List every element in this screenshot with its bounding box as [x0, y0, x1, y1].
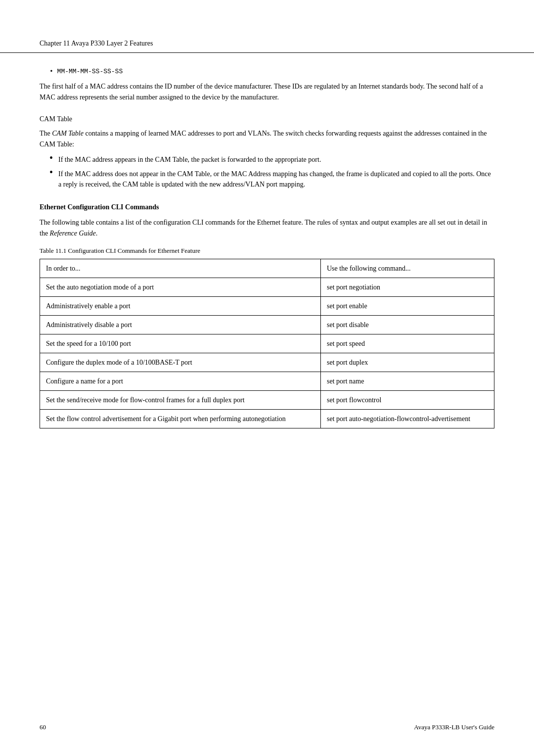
table-row: Set the speed for a 10/100 portset port … [40, 334, 494, 353]
table-cell-col2: set port auto-negotiation-flowcontrol-ad… [321, 410, 494, 428]
cam-bullet-1: • If the MAC address appears in the CAM … [40, 154, 494, 165]
table-cell-col1: Administratively enable a port [40, 297, 321, 316]
cli-table: In order to... Use the following command… [40, 259, 494, 428]
table-header-row: In order to... Use the following command… [40, 259, 494, 278]
table-cell-col2: set port duplex [321, 353, 494, 372]
table-cell-col1: Set the send/receive mode for flow-contr… [40, 391, 321, 410]
table-row: Administratively disable a portset port … [40, 316, 494, 334]
page: Chapter 11 Avaya P330 Layer 2 Features •… [0, 0, 534, 756]
table-cell-col2: set port name [321, 372, 494, 391]
cam-section: CAM Table The CAM Table contains a mappi… [40, 115, 494, 189]
ethernet-section: Ethernet Configuration CLI Commands The … [40, 203, 494, 429]
footer-page-number: 60 [40, 723, 46, 731]
table-cell-col1: Set the auto negotiation mode of a port [40, 278, 321, 297]
page-content: • MM-MM-MM-SS-SS-SS The first half of a … [0, 68, 534, 428]
ethernet-heading: Ethernet Configuration CLI Commands [40, 203, 494, 211]
table-cell-col1: Set the flow control advertisement for a… [40, 410, 321, 428]
header-chapter: Chapter 11 Avaya P330 Layer 2 Features [40, 40, 153, 47]
page-footer: 60 Avaya P333R-LB User's Guide [0, 723, 534, 731]
bullet-icon-2: • [49, 167, 58, 189]
table-row: Administratively enable a portset port e… [40, 297, 494, 316]
page-header: Chapter 11 Avaya P330 Layer 2 Features [0, 40, 534, 53]
table-row: Configure the duplex mode of a 10/100BAS… [40, 353, 494, 372]
table-row: Set the auto negotiation mode of a ports… [40, 278, 494, 297]
cam-bullet-2-text: If the MAC address does not appear in th… [58, 169, 494, 189]
table-cell-col2: set port enable [321, 297, 494, 316]
table-cell-col2: set port speed [321, 334, 494, 353]
table-caption: Table 11.1 Configuration CLI Commands fo… [40, 247, 494, 255]
cam-intro: The CAM Table contains a mapping of lear… [40, 128, 494, 150]
table-row: Set the flow control advertisement for a… [40, 410, 494, 428]
cam-section-title: CAM Table [40, 115, 494, 123]
table-cell-col1: Set the speed for a 10/100 port [40, 334, 321, 353]
ethernet-intro: The following table contains a list of t… [40, 217, 494, 239]
bullet-icon-1: • [49, 153, 58, 165]
col2-header: Use the following command... [321, 259, 494, 278]
table-cell-col1: Configure a name for a port [40, 372, 321, 391]
cam-bullet-2: • If the MAC address does not appear in … [40, 169, 494, 189]
table-cell-col2: set port disable [321, 316, 494, 334]
col1-header: In order to... [40, 259, 321, 278]
table-cell-col1: Configure the duplex mode of a 10/100BAS… [40, 353, 321, 372]
footer-guide-name: Avaya P333R-LB User's Guide [414, 723, 494, 731]
mac-description: The first half of a MAC address contains… [40, 81, 494, 103]
mac-format-bullet: • MM-MM-MM-SS-SS-SS [40, 68, 494, 75]
table-cell-col2: set port negotiation [321, 278, 494, 297]
table-row: Configure a name for a portset port name [40, 372, 494, 391]
table-cell-col1: Administratively disable a port [40, 316, 321, 334]
table-cell-col2: set port flowcontrol [321, 391, 494, 410]
table-row: Set the send/receive mode for flow-contr… [40, 391, 494, 410]
cam-bullet-1-text: If the MAC address appears in the CAM Ta… [58, 154, 321, 165]
